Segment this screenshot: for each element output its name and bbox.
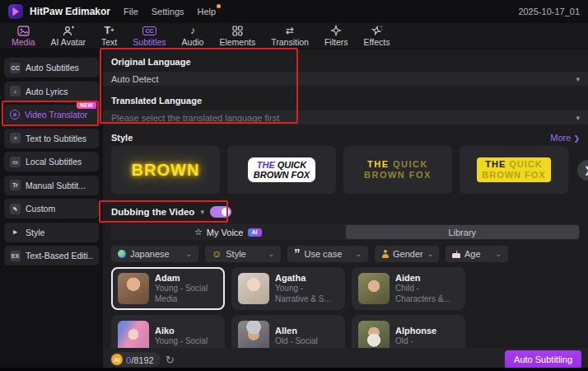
avatar [118, 273, 149, 304]
style-preset-sticker[interactable]: THE QUICK BROWN FOX [227, 146, 336, 194]
dubbing-label: Dubbing the Video [111, 207, 194, 217]
person-icon [381, 250, 389, 258]
notification-dot [217, 4, 221, 8]
voice-name: Agatha [275, 273, 338, 284]
tab-elements[interactable]: Elements [219, 25, 255, 47]
style-presets-row: BROWN THE QUICK BROWN FOX THE QUICK BROW… [103, 146, 588, 194]
dubbing-toggle[interactable] [210, 206, 231, 218]
credits-total: /8192 [131, 355, 154, 365]
ai-credits-pill: AI 0/8192 [110, 352, 161, 367]
voice-card-adam[interactable]: AdamYoung - Social Media [111, 267, 225, 310]
sidebar-item-local-subtitles[interactable]: ▭ Local Subtitles [4, 152, 99, 171]
sidebar-item-label: Auto Subtitles [26, 63, 79, 73]
menu-help[interactable]: Help [198, 7, 217, 16]
avatar [118, 321, 149, 348]
sidebar-item-text-based-editing[interactable]: EX Text-Based Editi... [4, 246, 99, 265]
tab-filters-label: Filters [324, 37, 348, 47]
tab-my-voice[interactable]: ☆ My Voice AI [111, 224, 345, 240]
sidebar-item-auto-subtitles[interactable]: CC Auto Subtitles [4, 58, 99, 77]
ai-badge: AI [248, 228, 262, 237]
sidebar-item-label: Text to Subtitles [26, 134, 86, 143]
tab-text[interactable]: T+ Text [101, 25, 117, 47]
original-language-select[interactable]: Auto Detect ▾ [103, 72, 588, 86]
voice-card-agatha[interactable]: AgathaYoung - Narrative & S... [231, 267, 345, 310]
tab-effects[interactable]: Effects [364, 25, 390, 47]
main-panel: Original Language Auto Detect ▾ Translat… [103, 49, 588, 371]
filter-gender[interactable]: Gender ⌄ [375, 246, 439, 262]
project-date-label: 2025-10-17_01 [518, 7, 580, 16]
my-voice-label: My Voice [207, 228, 244, 237]
tab-audio[interactable]: ♪ Audio [182, 25, 204, 47]
voice-desc: Old - [395, 336, 436, 347]
transition-icon: ⇄ [286, 25, 294, 36]
style-arrow-icon: ▸ [10, 227, 21, 237]
filter-label: Age [464, 249, 481, 259]
voice-desc: Old - Social [275, 336, 318, 347]
sidebar-item-label: Custom [26, 204, 55, 214]
voice-name: Adam [155, 273, 218, 284]
toolbar: Media AI Avatar T+ Text CC Subtitles ♪ A… [0, 23, 588, 49]
filter-label: Use case [305, 249, 343, 259]
sidebar-item-custom[interactable]: ✎ Custom [4, 199, 99, 218]
sidebar-item-label: Video Translator [25, 110, 87, 120]
avatar [358, 321, 390, 348]
sidebar-item-video-translator[interactable]: ⊕ Video Translator NEW [4, 105, 99, 124]
avatar [238, 273, 269, 304]
style-preset-two-tone[interactable]: THE QUICK BROWN FOX [343, 146, 452, 194]
voice-desc: Child - Characters &... [395, 284, 459, 304]
library-label: Library [448, 228, 476, 237]
style-preset-glow[interactable]: BROWN [111, 146, 220, 194]
tab-transition[interactable]: ⇄ Transition [271, 25, 309, 47]
cake-icon [452, 251, 460, 258]
original-language-value: Auto Detect [111, 74, 576, 84]
tab-media-label: Media [12, 37, 35, 47]
globe-icon [118, 250, 126, 258]
filter-label: Japanese [130, 249, 170, 259]
sidebar-item-manual-subtitle[interactable]: Tr Manual Subtit... [4, 176, 99, 195]
style-preset-highlight[interactable]: THE QUICK BROWN FOX [460, 146, 568, 194]
refresh-icon[interactable]: ↻ [166, 354, 175, 366]
filter-use-case[interactable]: ”Use case ⌄ [287, 246, 368, 262]
filter-style[interactable]: ☺Style ⌄ [205, 246, 281, 262]
filter-age[interactable]: Age ⌄ [446, 246, 508, 262]
filter-language[interactable]: Japanese ⌄ [111, 246, 198, 262]
voice-desc: Young - Social [155, 336, 208, 347]
auto-subtitling-button[interactable]: Auto Subtitling [505, 350, 581, 369]
voice-card-alphonse[interactable]: AlphonseOld - [352, 315, 465, 348]
chevron-down-icon: ⌄ [268, 250, 274, 258]
text-icon: T+ [105, 25, 114, 36]
tab-effects-label: Effects [364, 37, 390, 47]
chevron-down-icon[interactable]: ▾ [200, 208, 204, 216]
tab-ai-avatar[interactable]: AI Avatar [51, 25, 86, 47]
tab-filters[interactable]: Filters [324, 25, 348, 47]
voice-desc: Young - Social Media [155, 284, 218, 304]
tab-transition-label: Transition [271, 37, 309, 47]
local-subtitles-icon: ▭ [10, 157, 21, 167]
text-to-subtitles-icon: ≡ [10, 133, 21, 143]
tab-library[interactable]: Library [346, 225, 580, 239]
voice-card-allen[interactable]: AllenOld - Social [231, 315, 345, 348]
effects-icon [371, 25, 382, 36]
voice-card-aiko[interactable]: AikoYoung - Social [111, 315, 225, 348]
sidebar-item-auto-lyrics[interactable]: ♪ Auto Lyrics [4, 82, 99, 101]
elements-icon [232, 25, 243, 36]
tab-media[interactable]: Media [12, 25, 35, 47]
chevron-right-icon: ❯ [573, 134, 580, 143]
style-more-link[interactable]: More ❯ [550, 133, 580, 143]
tab-subtitles[interactable]: CC Subtitles [133, 25, 166, 47]
ai-credit-icon: AI [111, 354, 123, 365]
translated-language-label: Translated Language [103, 96, 588, 106]
sidebar-item-style[interactable]: ▸ Style [4, 223, 99, 242]
translated-language-select[interactable]: Please select the translated language fi… [103, 110, 588, 124]
menu-file[interactable]: File [124, 7, 138, 16]
voice-card-aiden[interactable]: AidenChild - Characters &... [352, 267, 465, 310]
tab-audio-label: Audio [182, 37, 204, 47]
menu-settings[interactable]: Settings [152, 7, 184, 16]
sidebar-item-text-to-subtitles[interactable]: ≡ Text to Subtitles [4, 129, 99, 148]
more-label: More [550, 133, 571, 143]
carousel-next-button[interactable]: ❯ [577, 160, 588, 181]
voice-name: Aiden [395, 273, 459, 284]
custom-icon: ✎ [10, 204, 21, 214]
sidebar-item-label: Manual Subtit... [26, 181, 86, 190]
tab-elements-label: Elements [219, 37, 255, 47]
